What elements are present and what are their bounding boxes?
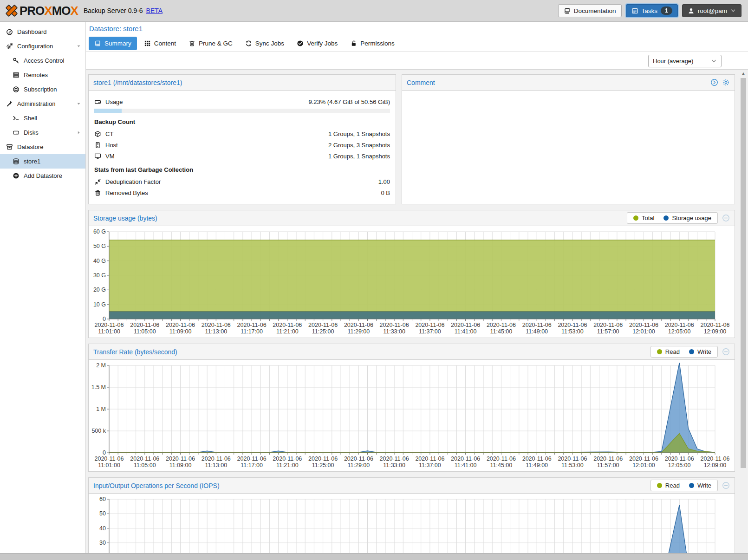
tab-label: Content bbox=[154, 40, 176, 47]
svg-text:2020-11-06: 2020-11-06 bbox=[237, 456, 267, 462]
row-label: VM bbox=[105, 153, 115, 160]
documentation-button[interactable]: Documentation bbox=[558, 4, 622, 17]
svg-text:2020-11-06: 2020-11-06 bbox=[273, 456, 302, 462]
sidebar-item-store1[interactable]: store1 bbox=[0, 154, 85, 169]
svg-text:40: 40 bbox=[99, 525, 106, 532]
hdd-icon bbox=[94, 98, 101, 105]
sidebar-item-label: Disks bbox=[24, 129, 39, 136]
sidebar-item-dashboard[interactable]: Dashboard bbox=[0, 25, 85, 39]
unlock-icon bbox=[350, 40, 357, 47]
svg-text:11:17:00: 11:17:00 bbox=[241, 328, 263, 335]
svg-text:11:45:00: 11:45:00 bbox=[490, 462, 513, 469]
svg-text:12:05:00: 12:05:00 bbox=[668, 462, 691, 469]
svg-text:11:49:00: 11:49:00 bbox=[526, 328, 548, 335]
compress-icon bbox=[94, 178, 101, 185]
collapse-panel-icon[interactable] bbox=[722, 348, 730, 356]
usage-progress-bar bbox=[94, 109, 390, 113]
svg-text:2020-11-06: 2020-11-06 bbox=[308, 456, 338, 462]
tasks-button[interactable]: Tasks 1 bbox=[626, 4, 678, 17]
vertical-scrollbar-thumb[interactable] bbox=[741, 78, 746, 468]
chart-legend: ReadWrite bbox=[650, 480, 718, 491]
check-circle-icon bbox=[297, 40, 304, 47]
tab-prune-gc[interactable]: Prune & GC bbox=[183, 37, 238, 50]
svg-text:2020-11-06: 2020-11-06 bbox=[273, 322, 302, 328]
sidebar-item-add-datastore[interactable]: Add Datastore bbox=[0, 169, 85, 183]
legend-item-write[interactable]: Write bbox=[689, 482, 711, 489]
sidebar-item-label: Access Control bbox=[24, 57, 64, 64]
expand-circle-icon[interactable] bbox=[710, 78, 718, 86]
svg-text:2020-11-06: 2020-11-06 bbox=[237, 322, 267, 328]
tab-label: Sync Jobs bbox=[255, 40, 284, 47]
row-value: 0 B bbox=[381, 189, 390, 196]
lifering-icon bbox=[13, 86, 20, 93]
chart-panel-header: Storage usage (bytes)TotalStorage usage bbox=[89, 210, 735, 226]
svg-text:2020-11-06: 2020-11-06 bbox=[629, 456, 658, 462]
svg-text:2020-11-06: 2020-11-06 bbox=[380, 456, 409, 462]
tab-verify-jobs[interactable]: Verify Jobs bbox=[291, 37, 343, 50]
task-list-icon bbox=[631, 7, 638, 14]
horizontal-scrollbar[interactable] bbox=[0, 553, 748, 560]
svg-text:11:29:00: 11:29:00 bbox=[348, 328, 370, 335]
sidebar-item-configuration[interactable]: Configuration bbox=[0, 39, 85, 53]
tab-bar: SummaryContentPrune & GCSync JobsVerify … bbox=[86, 35, 748, 52]
legend-item-total[interactable]: Total bbox=[633, 215, 654, 221]
sidebar-item-disks[interactable]: Disks bbox=[0, 125, 85, 140]
sidebar-item-subscription[interactable]: Subscription bbox=[0, 82, 85, 97]
svg-text:20 G: 20 G bbox=[93, 287, 106, 293]
tab-content[interactable]: Content bbox=[138, 37, 182, 50]
gear-icon[interactable] bbox=[722, 78, 730, 86]
sync-icon bbox=[245, 40, 252, 47]
time-range-select[interactable]: Hour (average) bbox=[648, 55, 722, 67]
svg-text:11:09:00: 11:09:00 bbox=[169, 462, 192, 469]
svg-text:2020-11-06: 2020-11-06 bbox=[522, 456, 552, 462]
sidebar-item-shell[interactable]: Shell bbox=[0, 111, 85, 125]
datastore-summary-panel: store1 (/mnt/datastores/store1) Usage 9.… bbox=[88, 74, 396, 204]
svg-text:2020-11-06: 2020-11-06 bbox=[344, 456, 373, 462]
legend-item-storage-usage[interactable]: Storage usage bbox=[663, 215, 711, 221]
sidebar-item-administration[interactable]: Administration bbox=[0, 97, 85, 111]
chart-panel-header: Input/Output Operations per Second (IOPS… bbox=[89, 478, 735, 494]
sidebar-item-label: Datastore bbox=[17, 143, 43, 150]
collapse-panel-icon[interactable] bbox=[722, 482, 730, 489]
svg-text:11:49:00: 11:49:00 bbox=[526, 462, 548, 469]
sidebar-item-access-control[interactable]: Access Control bbox=[0, 53, 85, 68]
svg-text:11:57:00: 11:57:00 bbox=[597, 462, 619, 469]
legend-dot-icon bbox=[657, 349, 662, 354]
legend-item-read[interactable]: Read bbox=[657, 348, 680, 355]
comment-content[interactable] bbox=[402, 91, 735, 204]
user-menu-button[interactable]: root@pam bbox=[682, 4, 741, 17]
svg-text:11:13:00: 11:13:00 bbox=[205, 462, 227, 469]
chart-title: Input/Output Operations per Second (IOPS… bbox=[93, 482, 220, 489]
beta-link[interactable]: BETA bbox=[146, 7, 163, 14]
scroll-up-arrow[interactable]: ▲ bbox=[740, 70, 747, 77]
svg-text:40 G: 40 G bbox=[93, 258, 106, 264]
tab-sync-jobs[interactable]: Sync Jobs bbox=[240, 37, 290, 50]
tab-summary[interactable]: Summary bbox=[89, 37, 137, 50]
svg-text:30: 30 bbox=[99, 540, 106, 546]
svg-text:11:21:00: 11:21:00 bbox=[276, 462, 299, 469]
gears-icon bbox=[6, 43, 13, 50]
svg-text:50 G: 50 G bbox=[93, 243, 106, 249]
gc-stats-heading: Stats from last Garbage Collection bbox=[94, 166, 390, 173]
legend-item-write[interactable]: Write bbox=[689, 348, 711, 355]
svg-text:2020-11-06: 2020-11-06 bbox=[166, 456, 195, 462]
row-label: Deduplication Factor bbox=[105, 178, 161, 185]
svg-text:2020-11-06: 2020-11-06 bbox=[415, 322, 444, 328]
collapse-panel-icon[interactable] bbox=[722, 214, 730, 222]
sidebar-item-remotes[interactable]: Remotes bbox=[0, 68, 85, 82]
svg-text:60: 60 bbox=[99, 496, 106, 502]
vertical-scrollbar[interactable]: ▲ bbox=[740, 70, 747, 553]
tab-permissions[interactable]: Permissions bbox=[345, 37, 400, 50]
sidebar-item-datastore[interactable]: Datastore bbox=[0, 140, 85, 154]
page-title: Datastore: store1 bbox=[89, 25, 143, 33]
svg-text:11:13:00: 11:13:00 bbox=[205, 328, 227, 335]
svg-text:11:21:00: 11:21:00 bbox=[276, 328, 299, 335]
svg-text:11:01:00: 11:01:00 bbox=[98, 328, 120, 335]
row-label: CT bbox=[105, 130, 113, 137]
legend-dot-icon bbox=[689, 483, 694, 488]
svg-text:2020-11-06: 2020-11-06 bbox=[558, 456, 587, 462]
server-icon bbox=[94, 142, 101, 149]
backup-count-row: CT1 Groups, 1 Snapshots bbox=[94, 128, 390, 139]
svg-text:11:37:00: 11:37:00 bbox=[419, 328, 441, 335]
legend-item-read[interactable]: Read bbox=[657, 482, 680, 489]
